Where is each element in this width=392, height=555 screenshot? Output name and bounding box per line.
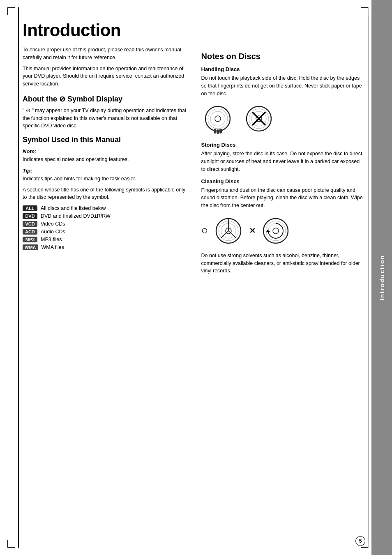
badge-dvd: DVD: [23, 213, 37, 219]
left-column: To ensure proper use of this product, pl…: [23, 46, 187, 278]
ok-circle-symbol: ○: [201, 225, 208, 236]
badge-mp3: MP3: [23, 237, 37, 242]
about-symbol-heading: About the ⊘ Symbol Display: [23, 94, 187, 104]
two-column-layout: To ensure proper use of this product, pl…: [23, 46, 365, 278]
svg-line-19: [221, 231, 228, 238]
page-title: Introduction: [23, 21, 365, 40]
badge-wma: WMA: [23, 244, 38, 250]
right-column: Notes on Discs Handling Discs Do not tou…: [201, 46, 366, 278]
handling-subheading: Handling Discs: [201, 66, 366, 72]
badge-item-wma: WMA WMA files: [23, 244, 187, 250]
disc-clean-ok-icon: [211, 215, 246, 246]
cleaning-subheading: Cleaning Discs: [201, 178, 366, 184]
svg-point-3: [208, 109, 228, 129]
section-tab: Introduction: [371, 0, 392, 555]
badge-item-vcd: VCD Video CDs: [23, 221, 187, 227]
disc-handling-bad-icon: [242, 103, 275, 136]
disc-clean-bad-icon: [258, 215, 293, 246]
svg-marker-24: [266, 230, 270, 233]
badge-wma-label: WMA files: [42, 244, 65, 250]
disc-handling-ok-icon: [201, 103, 234, 136]
tip-label: Tip:: [23, 168, 187, 174]
tip-body: Indicates tips and hints for making the …: [23, 175, 187, 183]
badge-acd-label: Audio CDs: [41, 229, 65, 235]
badge-vcd-label: Video CDs: [41, 221, 65, 227]
svg-point-0: [205, 106, 230, 131]
vline-right: [369, 7, 369, 548]
badge-list: ALL All discs and file listed below DVD …: [23, 205, 187, 250]
corner-mark-tr: [361, 7, 368, 15]
svg-rect-5: [217, 129, 219, 134]
storing-body: After playing, store the disc in its cas…: [201, 150, 366, 173]
intro-para1: To ensure proper use of this product, pl…: [23, 46, 187, 62]
disc-illustrations-cleaning: ○ ×: [201, 215, 366, 246]
badge-item-mp3: MP3 MP3 files: [23, 237, 187, 242]
symbol-used-heading: Symbol Used in this Manual: [23, 136, 187, 144]
intro-para2: This manual provides information on the …: [23, 65, 187, 88]
applicable-text: A section whose title has one of the fol…: [23, 186, 187, 202]
badge-item-all: ALL All discs and file listed below: [23, 205, 187, 211]
vline-left: [18, 7, 19, 548]
svg-point-2: [210, 111, 225, 126]
svg-line-18: [228, 231, 236, 238]
main-content: Introduction To ensure proper use of thi…: [23, 21, 365, 278]
badge-mp3-label: MP3 files: [41, 237, 62, 242]
cleaning-warning: Do not use strong solvents such as alcoh…: [201, 252, 366, 275]
badge-all: ALL: [23, 205, 37, 211]
note-body: Indicates special notes and operating fe…: [23, 156, 187, 164]
handling-body: Do not touch the playback side of the di…: [201, 74, 366, 97]
badge-acd: ACD: [23, 229, 37, 235]
notes-on-discs-heading: Notes on Discs: [201, 52, 366, 61]
x-symbol: ×: [249, 226, 255, 235]
svg-point-1: [215, 116, 221, 122]
svg-rect-4: [214, 129, 216, 134]
storing-subheading: Storing Discs: [201, 142, 366, 148]
cleaning-body: Fingerprints and dust on the disc can ca…: [201, 187, 366, 210]
badge-all-label: All discs and file listed below: [41, 205, 106, 211]
badge-item-dvd: DVD DVD and finalized DVD±R/RW: [23, 213, 187, 219]
note-label: Note:: [23, 148, 187, 154]
corner-mark-tl: [7, 7, 15, 15]
section-tab-label: Introduction: [378, 255, 385, 300]
svg-rect-6: [219, 129, 222, 134]
badge-item-acd: ACD Audio CDs: [23, 229, 187, 235]
badge-vcd: VCD: [23, 221, 37, 227]
disc-illustrations-handling: [201, 103, 366, 136]
page-number: 5: [355, 536, 365, 546]
about-symbol-body: " ⊘ " may appear on your TV display duri…: [23, 107, 187, 130]
badge-dvd-label: DVD and finalized DVD±R/RW: [41, 213, 111, 219]
corner-mark-bl: [7, 540, 15, 548]
svg-point-21: [273, 228, 279, 234]
